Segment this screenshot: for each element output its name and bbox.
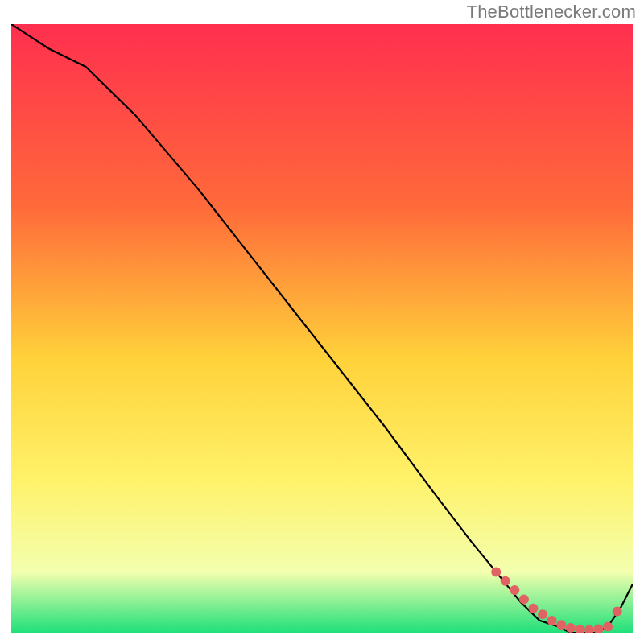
marker-dot [603,621,613,631]
marker-dot [491,567,501,576]
marker-dot [519,594,529,604]
source-attribution: TheBottlenecker.com [467,2,636,23]
marker-dot [613,607,622,617]
marker-dot [547,616,557,625]
chart-background [11,24,633,633]
marker-dot [501,576,510,586]
chart-container: TheBottlenecker.com [0,0,644,644]
marker-dot [529,604,539,613]
marker-dot [566,623,576,633]
marker-dot [556,620,566,630]
chart-svg [11,24,633,633]
marker-dot [510,585,519,595]
plot-area [11,24,633,633]
marker-dot [538,609,547,619]
